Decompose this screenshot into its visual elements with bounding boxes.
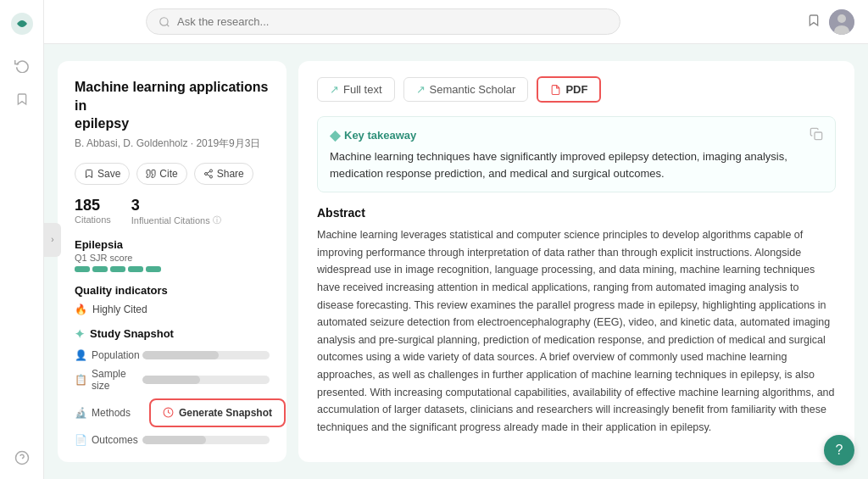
semantic-scholar-link[interactable]: ↗ Semantic Scholar: [403, 77, 529, 102]
content-area: Machine learning applications in epileps…: [44, 44, 868, 479]
key-takeaway-section: ◆ Key takeaway Machine learning techniqu…: [317, 116, 836, 192]
left-panel: Machine learning applications in epileps…: [58, 61, 287, 462]
avatar[interactable]: [829, 9, 854, 35]
snapshot-header: ✦ Study Snapshot: [75, 327, 270, 341]
snapshot-section: ✦ Study Snapshot 👤 Population: [75, 327, 270, 446]
sjr-badge: Q1 SJR score: [75, 253, 270, 263]
sjr-dot-2: [92, 266, 108, 272]
snapshot-bar-outcomes: [142, 436, 270, 444]
svg-point-8: [209, 170, 212, 172]
snapshot-label-sample-size: 📋 Sample size: [75, 368, 136, 392]
topbar-right: [807, 9, 854, 35]
sjr-dot-5: [146, 266, 161, 272]
snapshot-row-sample-size: 📋 Sample size: [75, 368, 270, 392]
generate-icon: [163, 407, 174, 418]
snapshot-row-methods: 🔬 Methods: [75, 398, 270, 427]
snapshot-bar-sample-size: [142, 376, 270, 384]
snapshot-bar-fill-population: [142, 351, 219, 359]
action-buttons: Save Cite: [75, 163, 270, 185]
abstract-section: Abstract Machine learning leverages stat…: [317, 206, 836, 437]
methods-icon: 🔬: [75, 407, 87, 419]
influential-label: Influential Citations ⓘ: [131, 214, 221, 226]
bookmark-top-icon[interactable]: [807, 13, 821, 31]
sjr-dot-1: [75, 266, 90, 272]
help-icon[interactable]: [13, 448, 31, 467]
stats-row: 185 Citations 3 Influential Citations ⓘ: [75, 197, 270, 226]
pdf-link[interactable]: PDF: [537, 76, 601, 103]
paper-title: Machine learning applications in epileps…: [75, 78, 270, 133]
snapshot-title: Study Snapshot: [90, 327, 174, 340]
generate-snapshot-button[interactable]: Generate Snapshot: [149, 398, 286, 427]
topbar: [44, 0, 868, 44]
sjr-score-dots: [75, 266, 270, 272]
sample-size-icon: 📋: [75, 374, 87, 386]
snapshot-rows: 👤 Population 📋 Sample size: [75, 349, 270, 446]
key-takeaway-text: Machine learning techniques have signifi…: [330, 148, 801, 181]
right-panel: ↗ Full text ↗ Semantic Scholar PDF: [298, 61, 854, 462]
fulltext-icon: ↗: [330, 83, 339, 96]
sidebar-expand-handle[interactable]: ›: [44, 223, 61, 257]
svg-point-3: [160, 17, 168, 25]
search-icon: [159, 16, 170, 28]
cite-icon: [146, 169, 156, 179]
quality-section: Quality indicators 🔥 Highly Cited: [75, 284, 270, 315]
abstract-text: Machine learning leverages statistical a…: [317, 226, 836, 437]
paper-info: Machine learning applications in epileps…: [75, 78, 270, 151]
snapshot-bar-fill-outcomes: [142, 436, 206, 444]
influential-stat: 3 Influential Citations ⓘ: [131, 197, 221, 226]
svg-point-9: [204, 172, 207, 175]
key-takeaway-label: ◆ Key takeaway: [330, 127, 801, 143]
full-text-link[interactable]: ↗ Full text: [317, 77, 395, 102]
svg-point-6: [837, 14, 846, 23]
app-logo: [10, 12, 34, 36]
pdf-icon: [550, 84, 561, 96]
svg-line-11: [207, 175, 209, 176]
diamond-icon: ◆: [330, 127, 340, 143]
semantic-icon: ↗: [416, 83, 426, 96]
snapshot-label-population: 👤 Population: [75, 349, 136, 361]
citations-count: 185: [75, 197, 111, 214]
cite-button[interactable]: Cite: [136, 163, 186, 185]
sidebar: [0, 0, 44, 479]
main-area: Machine learning applications in epileps…: [44, 0, 868, 479]
search-bar[interactable]: [146, 8, 620, 35]
population-icon: 👤: [75, 349, 87, 361]
svg-rect-14: [815, 132, 822, 140]
abstract-title: Abstract: [317, 206, 836, 220]
share-icon: [203, 169, 214, 179]
citations-label: Citations: [75, 214, 111, 225]
save-button[interactable]: Save: [75, 163, 130, 185]
snapshot-label-outcomes: 📄 Outcomes: [75, 434, 136, 446]
snapshot-bar-population: [142, 351, 270, 359]
bookmark-sidebar-icon[interactable]: [13, 90, 31, 109]
snapshot-row-population: 👤 Population: [75, 349, 270, 361]
paper-authors: B. Abbasi, D. Goldenholz · 2019年9月3日: [75, 136, 270, 151]
info-icon: ⓘ: [213, 214, 221, 226]
influential-count: 3: [131, 197, 221, 214]
support-fab[interactable]: ?: [824, 435, 854, 465]
key-takeaway-content: ◆ Key takeaway Machine learning techniqu…: [330, 127, 801, 181]
methods-row-content: Generate Snapshot: [142, 398, 286, 427]
fire-icon: 🔥: [75, 304, 87, 315]
search-input[interactable]: [177, 15, 608, 28]
copy-icon[interactable]: [810, 127, 823, 143]
sjr-dot-3: [110, 266, 125, 272]
citations-stat: 185 Citations: [75, 197, 111, 226]
quality-title: Quality indicators: [75, 284, 270, 297]
sjr-section: Epilepsia Q1 SJR score: [75, 238, 270, 272]
share-button[interactable]: Share: [194, 163, 253, 185]
outcomes-icon: 📄: [75, 434, 87, 446]
svg-line-4: [167, 24, 170, 26]
snapshot-bar-fill-sample-size: [142, 376, 200, 384]
sjr-journal: Epilepsia: [75, 238, 270, 251]
save-icon: [84, 169, 94, 179]
sjr-dot-4: [128, 266, 143, 272]
snapshot-row-outcomes: 📄 Outcomes: [75, 434, 270, 446]
quality-badge: 🔥 Highly Cited: [75, 304, 270, 315]
snapshot-star-icon: ✦: [75, 327, 85, 341]
history-icon[interactable]: [13, 56, 31, 75]
svg-line-12: [207, 171, 209, 173]
snapshot-label-methods: 🔬 Methods: [75, 407, 136, 419]
svg-point-10: [209, 175, 212, 178]
doc-links: ↗ Full text ↗ Semantic Scholar PDF: [317, 76, 836, 103]
